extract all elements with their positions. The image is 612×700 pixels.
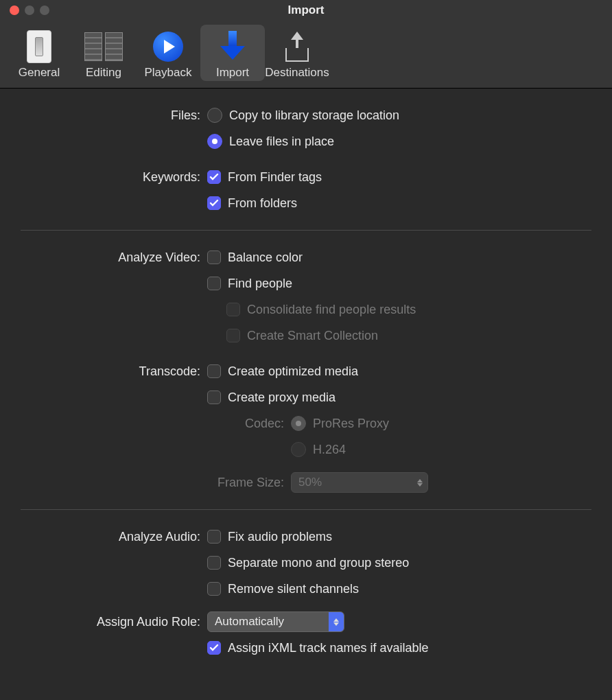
codec-label: Codec: — [0, 410, 291, 436]
codec-prores-radio — [291, 416, 306, 431]
playback-icon — [153, 32, 183, 62]
toolbar-general[interactable]: General — [7, 25, 71, 81]
analyze-video-label: Analyze Video: — [0, 244, 207, 270]
ixml-label: Assign iXML track names if available — [228, 635, 428, 661]
toolbar: General Editing Playback Import Destinat… — [0, 21, 612, 89]
assign-role-select[interactable]: Automatically — [207, 611, 344, 632]
general-icon — [27, 30, 51, 63]
files-leave-radio[interactable] — [207, 134, 222, 149]
toolbar-destinations[interactable]: Destinations — [265, 25, 329, 81]
fix-audio-label: Fix audio problems — [228, 524, 332, 550]
balance-color-check[interactable] — [207, 250, 221, 264]
codec-prores-label: ProRes Proxy — [313, 410, 389, 436]
zoom-button[interactable] — [40, 5, 49, 15]
consolidate-label: Consolidate find people results — [247, 296, 416, 323]
destinations-icon — [285, 32, 309, 62]
smart-collection-check — [226, 329, 240, 342]
analyze-audio-label: Analyze Audio: — [0, 524, 207, 550]
window-title: Import — [0, 3, 612, 17]
proxy-label: Create proxy media — [228, 384, 336, 410]
keywords-folders-check[interactable] — [207, 196, 221, 210]
remove-silent-label: Remove silent channels — [228, 576, 359, 602]
keywords-finder-check[interactable] — [207, 170, 221, 184]
separator — [21, 509, 591, 510]
find-people-check[interactable] — [207, 277, 221, 290]
minimize-button[interactable] — [25, 5, 34, 15]
codec-h264-radio — [291, 442, 306, 457]
proxy-check[interactable] — [207, 390, 221, 404]
import-icon — [220, 31, 245, 62]
chevron-updown-icon — [412, 473, 427, 492]
titlebar: Import — [0, 0, 612, 21]
smart-collection-label: Create Smart Collection — [247, 323, 378, 349]
transcode-label: Transcode: — [0, 358, 207, 384]
keywords-folders-label: From folders — [228, 190, 297, 216]
separate-mono-check[interactable] — [207, 556, 221, 570]
balance-color-label: Balance color — [228, 244, 303, 270]
assign-role-label: Assign Audio Role: — [0, 609, 207, 635]
separator — [21, 230, 591, 231]
files-copy-radio[interactable] — [207, 108, 222, 123]
window-controls — [0, 5, 49, 15]
frame-size-select: 50% — [291, 472, 428, 493]
separate-mono-label: Separate mono and group stereo — [228, 550, 409, 576]
files-label: Files: — [0, 102, 207, 128]
optimized-check[interactable] — [207, 364, 221, 378]
files-copy-label: Copy to library storage location — [229, 102, 399, 128]
toolbar-import[interactable]: Import — [200, 25, 265, 81]
keywords-finder-label: From Finder tags — [228, 164, 322, 190]
keywords-label: Keywords: — [0, 164, 207, 190]
frame-size-label: Frame Size: — [0, 469, 291, 495]
editing-icon — [84, 32, 123, 61]
find-people-label: Find people — [228, 270, 292, 296]
ixml-check[interactable] — [207, 641, 221, 655]
chevron-updown-icon — [329, 612, 344, 631]
optimized-label: Create optimized media — [228, 358, 358, 384]
toolbar-playback[interactable]: Playback — [136, 25, 200, 81]
fix-audio-check[interactable] — [207, 530, 221, 544]
codec-h264-label: H.264 — [313, 436, 346, 463]
consolidate-check — [226, 303, 240, 316]
content: Files: Copy to library storage location … — [0, 89, 612, 661]
toolbar-editing[interactable]: Editing — [71, 25, 136, 81]
files-leave-label: Leave files in place — [229, 128, 334, 154]
remove-silent-check[interactable] — [207, 582, 221, 596]
close-button[interactable] — [10, 5, 19, 15]
